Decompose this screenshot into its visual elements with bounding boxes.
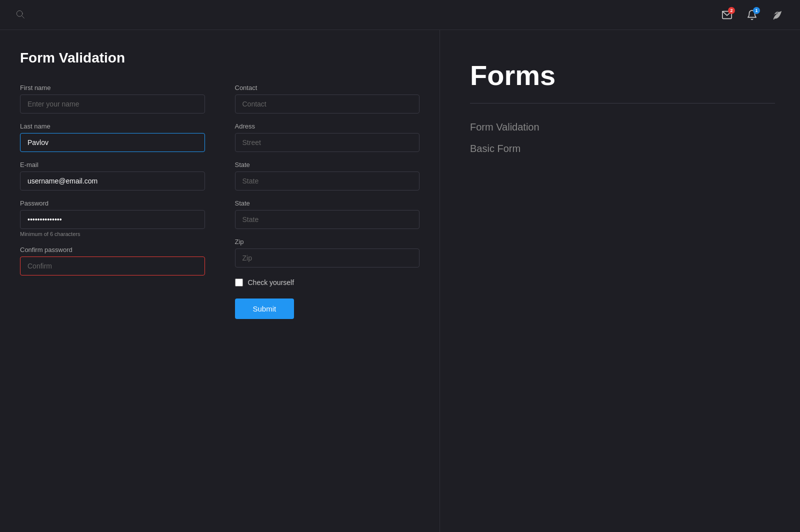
sidebar-title: Forms xyxy=(470,60,775,91)
last-name-label: Last name xyxy=(20,122,205,130)
zip-input[interactable] xyxy=(235,248,420,268)
search-button[interactable] xyxy=(15,9,25,21)
svg-line-1 xyxy=(22,16,24,18)
password-field-group: Password Minimum of 6 characters xyxy=(20,200,205,237)
bell-button[interactable]: 1 xyxy=(744,7,760,23)
left-form-column: First name Last name E-mail Password Min… xyxy=(20,84,205,319)
contact-field-group: Contact xyxy=(235,84,420,114)
password-label: Password xyxy=(20,200,205,207)
checkbox-group: Check yourself xyxy=(235,278,420,286)
last-name-field-group: Last name xyxy=(20,122,205,152)
password-hint: Minimum of 6 characters xyxy=(20,231,205,237)
sidebar-item-form-validation[interactable]: Form Validation xyxy=(470,122,775,133)
first-name-input[interactable] xyxy=(20,94,205,114)
contact-input[interactable] xyxy=(235,94,420,114)
zip-label: Zip xyxy=(235,238,420,246)
page-title: Form Validation xyxy=(20,50,420,66)
address-field-group: Adress xyxy=(235,122,420,152)
header: 2 1 xyxy=(0,0,800,30)
state1-input[interactable] xyxy=(235,172,420,190)
password-input[interactable] xyxy=(20,210,205,229)
zip-field-group: Zip xyxy=(235,238,420,268)
sidebar: Forms Form Validation Basic Form xyxy=(440,30,800,532)
state2-field-group: State xyxy=(235,200,420,229)
sidebar-nav: Form Validation Basic Form xyxy=(470,122,775,154)
check-yourself-label[interactable]: Check yourself xyxy=(248,278,294,286)
address-label: Adress xyxy=(235,122,420,130)
sidebar-divider xyxy=(470,103,775,104)
submit-button[interactable]: Submit xyxy=(235,298,294,319)
last-name-input[interactable] xyxy=(20,133,205,152)
leaf-button[interactable] xyxy=(769,7,785,23)
state2-label: State xyxy=(235,200,420,207)
confirm-password-field-group: Confirm password xyxy=(20,246,205,276)
main-container: Form Validation First name Last name E-m… xyxy=(0,30,800,532)
email-input[interactable] xyxy=(20,172,205,190)
submit-button-wrap: Submit xyxy=(235,298,420,319)
first-name-field-group: First name xyxy=(20,84,205,114)
bell-badge: 1 xyxy=(753,7,760,14)
email-label: E-mail xyxy=(20,161,205,168)
search-icon xyxy=(15,9,25,19)
street-input[interactable] xyxy=(235,133,420,152)
contact-label: Contact xyxy=(235,84,420,92)
email-field-group: E-mail xyxy=(20,161,205,190)
first-name-label: First name xyxy=(20,84,205,92)
leaf-icon xyxy=(772,10,782,20)
check-yourself-checkbox[interactable] xyxy=(235,278,243,286)
header-right: 2 1 xyxy=(719,7,785,23)
content-area: Form Validation First name Last name E-m… xyxy=(0,30,440,532)
sidebar-item-basic-form[interactable]: Basic Form xyxy=(470,143,775,154)
svg-point-0 xyxy=(16,10,22,16)
form-grid: First name Last name E-mail Password Min… xyxy=(20,84,420,319)
mail-badge: 2 xyxy=(728,7,735,14)
state2-input[interactable] xyxy=(235,210,420,229)
header-left xyxy=(15,9,25,21)
right-form-column: Contact Adress State State Zip xyxy=(235,84,420,319)
state1-field-group: State xyxy=(235,161,420,190)
confirm-password-input[interactable] xyxy=(20,256,205,276)
mail-button[interactable]: 2 xyxy=(719,7,735,23)
confirm-password-label: Confirm password xyxy=(20,246,205,254)
state1-label: State xyxy=(235,161,420,168)
